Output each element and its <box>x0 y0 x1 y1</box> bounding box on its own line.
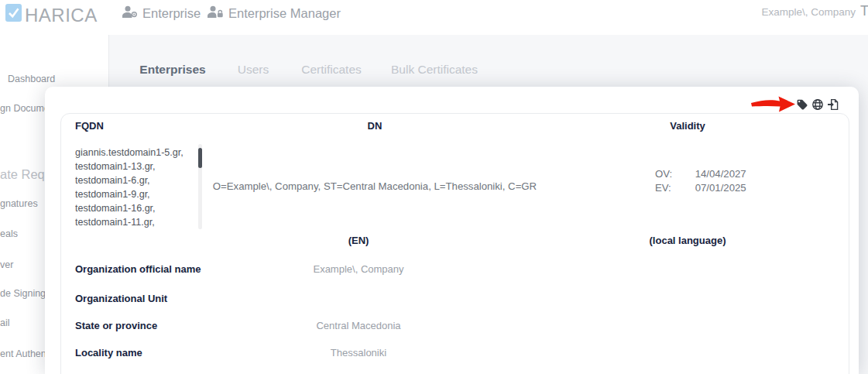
nav-enterprise-label: Enterprise <box>142 6 201 21</box>
person-lock-icon <box>208 5 224 21</box>
account-name[interactable]: Example\, Company <box>761 6 856 18</box>
validity-ov-label: OV: <box>655 168 675 180</box>
harica-logo-icon <box>5 4 22 22</box>
enterprise-details-modal: FQDN DN Validity giannis.testdomain1-5.g… <box>45 87 859 374</box>
enterprise-details-card: FQDN DN Validity giannis.testdomain1-5.g… <box>60 113 849 374</box>
dn-column-header: DN <box>368 120 383 132</box>
fqdn-column-header: FQDN <box>75 120 104 132</box>
sidebar-item-esignatures[interactable]: gnatures <box>0 198 38 209</box>
fqdn-list[interactable]: giannis.testdomain1-5.gr, testdomain1-13… <box>75 146 199 229</box>
nav-enterprise[interactable]: Enterprise <box>122 5 201 21</box>
locality-name-value-en: Thessaloniki <box>242 347 475 359</box>
fqdn-scrollbar-thumb[interactable] <box>198 148 202 168</box>
org-official-name-value-en: Example\, Company <box>242 263 475 275</box>
tab-enterprises[interactable]: Enterprises <box>139 63 205 77</box>
app-root: Dashboard gn Docume ate Reque gnatures e… <box>0 0 868 374</box>
validity-ev-date: 07/01/2025 <box>695 182 746 194</box>
sidebar-item-dashboard[interactable]: Dashboard <box>8 74 55 84</box>
fqdn-entry: testdomain1-6.gr, <box>75 173 199 187</box>
annotation-arrow <box>751 95 796 114</box>
sidebar-item-esign-documents[interactable]: gn Docume <box>0 103 50 114</box>
validity-ov-row: OV: 14/04/2027 <box>655 168 810 180</box>
sidebar-item-client-authentication[interactable]: ent Authent <box>0 348 49 359</box>
tag-icon[interactable] <box>796 98 808 111</box>
account-initial: T <box>860 3 868 19</box>
fqdn-entry: giannis.testdomain1-5.gr, <box>75 146 199 160</box>
locality-name-label: Locality name <box>75 347 142 359</box>
validity-ev-row: EV: 07/01/2025 <box>655 182 810 194</box>
dn-value: O=Example\, Company, ST=Central Macedoni… <box>204 180 545 194</box>
sidebar-item-eseals[interactable]: eals <box>0 228 18 239</box>
fqdn-entry: testdomain1-9.gr, <box>75 187 199 201</box>
fqdn-entry: testdomain1-16.gr, <box>75 201 199 215</box>
app-header: HARICA Enterprise E <box>0 0 868 35</box>
state-or-province-label: State or province <box>75 320 157 331</box>
fqdn-entry: testdomain1-11.gr, <box>75 215 199 229</box>
nav-enterprise-manager-label: Enterprise Manager <box>228 6 341 21</box>
validity-column-header: Validity <box>670 120 705 132</box>
import-icon[interactable] <box>827 98 839 111</box>
person-badge-icon <box>122 5 138 21</box>
org-official-name-label: Organization official name <box>75 263 201 275</box>
organizational-unit-label: Organizational Unit <box>75 293 167 304</box>
sidebar-item-server[interactable]: ver <box>0 259 13 270</box>
tab-certificates[interactable]: Certificates <box>301 63 362 77</box>
validity-ev-label: EV: <box>655 182 675 194</box>
local-language-column-header: (local language) <box>650 235 726 246</box>
fqdn-entry: testdomain1-13.gr, <box>75 160 199 173</box>
globe-icon[interactable] <box>811 98 824 111</box>
validity-ov-date: 14/04/2027 <box>695 168 746 180</box>
en-column-header: (EN) <box>348 235 369 246</box>
nav-enterprise-manager[interactable]: Enterprise Manager <box>208 5 341 21</box>
tab-users[interactable]: Users <box>238 63 269 77</box>
brand-name: HARICA <box>25 5 98 26</box>
state-or-province-value-en: Central Macedonia <box>242 320 475 331</box>
fqdn-scrollbar[interactable] <box>198 144 202 229</box>
sidebar-item-email[interactable]: ail <box>0 317 10 328</box>
sidebar-item-code-signing[interactable]: de Signing <box>0 288 46 299</box>
tab-bulk-certificates[interactable]: Bulk Certificates <box>391 63 478 77</box>
